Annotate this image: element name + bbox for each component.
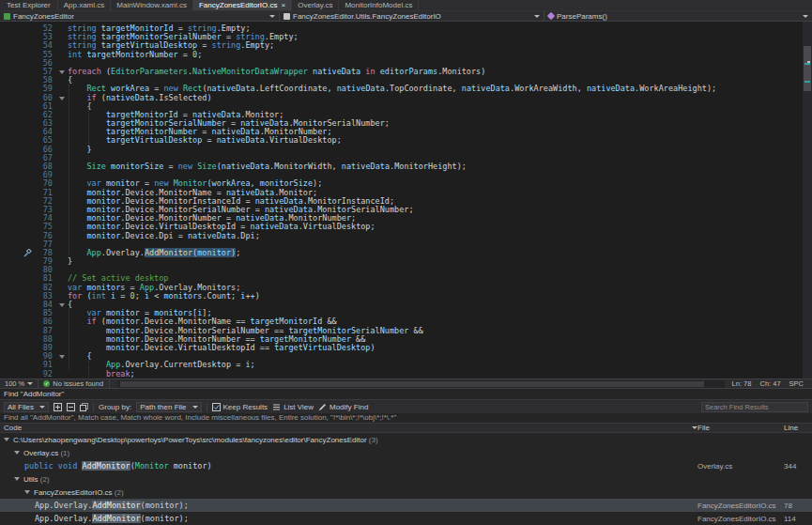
project-dropdown[interactable]: FancyZonesEditor	[0, 11, 280, 21]
glyph-margin[interactable]	[0, 136, 36, 145]
glyph-margin[interactable]	[0, 146, 36, 154]
glyph-margin[interactable]	[0, 162, 36, 171]
glyph-margin[interactable]	[0, 51, 36, 59]
glyph-margin[interactable]	[0, 361, 36, 369]
fold-collapse-icon[interactable]	[56, 68, 68, 76]
glyph-margin[interactable]	[0, 41, 36, 50]
code-text: }	[68, 257, 803, 266]
copy-results-icon[interactable]	[80, 403, 88, 411]
editor-scrollbar[interactable]	[803, 22, 812, 378]
code-line-78[interactable]: 78 App.Overlay.AddMonitor(monitor);	[0, 249, 803, 257]
scrollbar-thumb[interactable]	[804, 46, 811, 91]
code-area[interactable]: 52string targetMonitorId = string.Empty;…	[0, 22, 803, 378]
expander-icon[interactable]	[4, 438, 9, 441]
type-dropdown[interactable]: FancyZonesEditor.Utils.FancyZonesEditorI…	[280, 11, 544, 21]
code-line-89[interactable]: 89 monitor.Device.VirtualDesktopId == ta…	[0, 344, 803, 352]
glyph-margin[interactable]	[0, 76, 36, 85]
glyph-margin[interactable]	[0, 223, 36, 231]
glyph-margin[interactable]	[0, 102, 36, 111]
modify-find-button[interactable]: Modify Find	[318, 403, 368, 411]
expander-icon[interactable]	[14, 451, 20, 455]
line-column-header[interactable]: Line	[784, 424, 812, 432]
fold-collapse-icon[interactable]	[56, 352, 68, 361]
member-dropdown[interactable]: ParseParams()	[544, 11, 812, 21]
keep-results-toggle[interactable]: Keep Results	[212, 403, 268, 411]
fold-collapse-icon[interactable]	[56, 301, 68, 309]
glyph-margin[interactable]	[0, 301, 36, 309]
find-result-row[interactable]: Overlay.cs (1)	[0, 446, 812, 459]
glyph-margin[interactable]	[0, 179, 36, 188]
tab-App.xaml.cs[interactable]: App.xaml.cs	[58, 0, 112, 10]
result-text: App.Overlay.AddMonitor(monitor);	[0, 514, 697, 523]
glyph-margin[interactable]	[0, 266, 36, 274]
tab-MainWindow.xaml.cs[interactable]: MainWindow.xaml.cs	[111, 0, 193, 10]
find-result-row[interactable]: C:\Users\zhaopengwang\Desktop\powertoys\…	[0, 433, 812, 446]
code-line-68[interactable]: 68 Size monitorSize = new Size(nativeDat…	[0, 162, 803, 171]
expander-icon[interactable]	[24, 490, 30, 494]
collapse-all-icon[interactable]	[67, 403, 75, 411]
glyph-margin[interactable]	[0, 309, 36, 317]
glyph-margin[interactable]	[0, 292, 36, 301]
glyph-margin[interactable]	[0, 214, 36, 223]
glyph-margin[interactable]	[0, 240, 36, 249]
glyph-margin[interactable]	[0, 232, 36, 240]
code-line-65[interactable]: 65 targetVirtualDesktop = nativeData.Vir…	[0, 136, 803, 145]
glyph-margin[interactable]	[0, 344, 36, 352]
glyph-margin[interactable]	[0, 274, 36, 283]
tab-label: FancyZonesEditorIO.cs	[199, 0, 278, 10]
quick-actions-icon[interactable]	[0, 249, 36, 257]
glyph-margin[interactable]	[0, 206, 36, 214]
glyph-margin[interactable]	[0, 111, 36, 119]
glyph-margin[interactable]	[0, 317, 36, 326]
document-health-indicator[interactable]: No issues found	[38, 379, 110, 388]
find-result-row[interactable]: FancyZonesEditorIO.cs (2)	[0, 486, 812, 499]
tab-FancyZonesEditorIO.cs[interactable]: FancyZonesEditorIO.cs×	[193, 0, 292, 10]
find-result-row[interactable]: App.Overlay.AddMonitor(monitor);FancyZon…	[0, 499, 812, 512]
code-line-66[interactable]: 66 }	[0, 146, 803, 154]
code-line-92[interactable]: 92 break;	[0, 370, 803, 378]
glyph-margin[interactable]	[0, 68, 36, 76]
expand-all-icon[interactable]	[54, 403, 62, 411]
glyph-margin[interactable]	[0, 327, 36, 335]
expander-icon[interactable]	[14, 477, 20, 481]
glyph-margin[interactable]	[0, 197, 36, 206]
code-line-79[interactable]: 79}	[0, 257, 803, 266]
find-result-row[interactable]: App.Overlay.AddMonitor(monitor);FancyZon…	[0, 512, 812, 525]
fold-collapse-icon[interactable]	[56, 94, 68, 102]
glyph-margin[interactable]	[0, 24, 36, 33]
search-find-results-input[interactable]	[701, 402, 808, 412]
glyph-margin[interactable]	[0, 335, 36, 344]
glyph-margin[interactable]	[0, 284, 36, 292]
glyph-margin[interactable]	[0, 94, 36, 102]
glyph-margin[interactable]	[0, 119, 36, 128]
glyph-margin[interactable]	[0, 59, 36, 68]
horizontal-scrollbar[interactable]	[117, 380, 725, 388]
list-view-button[interactable]: List View	[272, 403, 314, 411]
tab-MonitorInfoModel.cs[interactable]: MonitorInfoModel.cs	[339, 0, 419, 10]
code-line-76[interactable]: 76 monitor.Device.Dpi = nativeData.Dpi;	[0, 232, 803, 240]
close-icon[interactable]: ×	[282, 0, 286, 10]
find-result-row[interactable]: Utils (2)	[0, 472, 812, 486]
code-column-header[interactable]: Code	[4, 424, 22, 432]
glyph-margin[interactable]	[0, 257, 36, 266]
glyph-margin[interactable]	[0, 128, 36, 136]
horizontal-scrollbar-thumb[interactable]	[120, 381, 704, 387]
glyph-margin[interactable]	[0, 171, 36, 179]
files-filter-dropdown[interactable]: All Files	[4, 402, 49, 412]
code-line-55[interactable]: 55int targetMonitorNumber = 0;	[0, 51, 803, 59]
code-line-83[interactable]: 83for (int i = 0; i < monitors.Count; i+…	[0, 292, 803, 301]
glyph-margin[interactable]	[0, 352, 36, 361]
glyph-margin[interactable]	[0, 154, 36, 162]
glyph-margin[interactable]	[0, 189, 36, 197]
glyph-margin[interactable]	[0, 85, 36, 93]
tab-test-explorer[interactable]: Test Explorer	[0, 0, 58, 10]
find-result-row[interactable]: public void AddMonitor(Monitor monitor)O…	[0, 459, 812, 472]
code-line-57[interactable]: 57foreach (EditorParameters.NativeMonito…	[0, 68, 803, 76]
group-by-dropdown[interactable]: Path then File	[136, 402, 201, 412]
tab-Overlay.cs[interactable]: Overlay.cs	[292, 0, 339, 10]
zoom-control[interactable]: 100 %	[0, 379, 38, 388]
glyph-margin[interactable]	[0, 370, 36, 378]
glyph-margin[interactable]	[0, 33, 36, 41]
file-column-header[interactable]: File	[697, 424, 784, 432]
code-line-60[interactable]: 60 if (nativeData.IsSelected)	[0, 94, 803, 102]
